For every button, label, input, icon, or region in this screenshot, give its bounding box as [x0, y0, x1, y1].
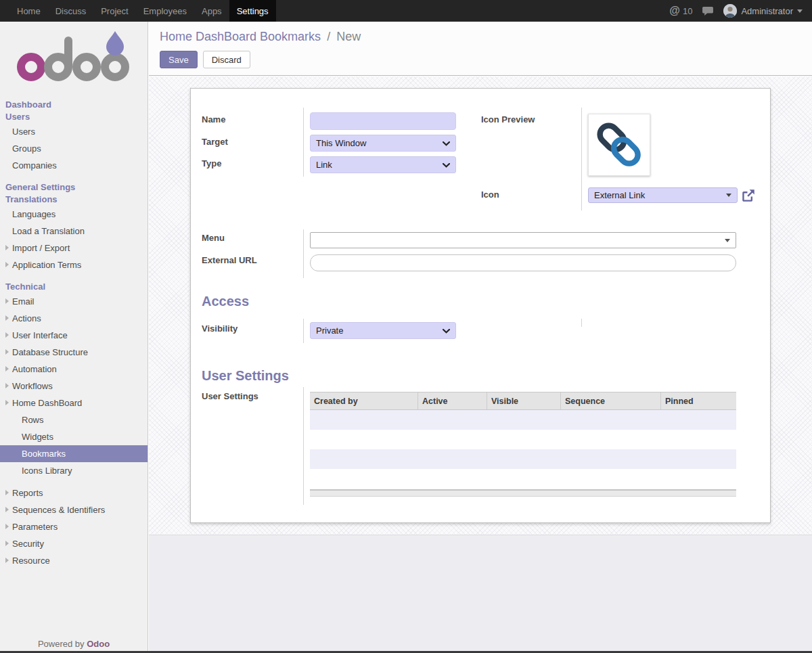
sidebar-item-icons-library[interactable]: Icons Library: [0, 462, 148, 479]
nav-employees[interactable]: Employees: [136, 0, 194, 22]
chevron-down-icon: [797, 9, 803, 13]
sidebar-item-home-dashboard[interactable]: Home DashBoard: [0, 395, 148, 411]
icon-select[interactable]: External Link: [588, 187, 738, 203]
nav-home[interactable]: Home: [9, 0, 48, 22]
chevron-right-icon: [5, 332, 9, 338]
main-area: Home DashBoard Bookmarks / New Save Disc…: [149, 22, 812, 653]
column-active[interactable]: Active: [418, 392, 487, 409]
column-sequence[interactable]: Sequence: [561, 392, 661, 409]
table-row[interactable]: [310, 449, 736, 469]
sidebar-heading-dashboard[interactable]: Dashboard: [0, 99, 148, 111]
sidebar-item-workflows[interactable]: Workflows: [0, 378, 148, 395]
user-name: Administrator: [741, 6, 793, 16]
top-menus: Home Discuss Project Employees Apps Sett…: [9, 0, 276, 22]
breadcrumb-parent-link[interactable]: Home DashBoard Bookmarks: [160, 30, 321, 43]
sidebar-heading-technical[interactable]: Technical: [0, 281, 148, 293]
name-label: Name: [202, 114, 225, 125]
target-select[interactable]: This Window: [310, 135, 456, 152]
discard-button[interactable]: Discard: [203, 51, 250, 68]
chevron-right-icon: [5, 366, 9, 371]
column-pinned[interactable]: Pinned: [661, 392, 736, 409]
user-menu[interactable]: Administrator: [723, 4, 803, 18]
sidebar-item-bookmarks[interactable]: Bookmarks: [0, 445, 148, 462]
odoo-logo: [16, 31, 131, 83]
sidebar-item-rows[interactable]: Rows: [0, 411, 148, 428]
topbar-right: @ 10 Administrator: [669, 0, 812, 22]
name-input[interactable]: [310, 112, 456, 130]
chevron-down-icon: [443, 160, 450, 170]
nav-discuss[interactable]: Discuss: [48, 0, 94, 22]
control-panel: Home DashBoard Bookmarks / New Save Disc…: [149, 22, 812, 76]
sidebar-heading-general-settings[interactable]: General Settings: [0, 181, 148, 194]
sidebar-item-sequences-identifiers[interactable]: Sequences & Identifiers: [0, 501, 148, 518]
sidebar-item-reports[interactable]: Reports: [0, 485, 148, 501]
form-sheet: Name Target This Window Type Link Icon P…: [190, 88, 771, 523]
table-row[interactable]: [310, 410, 736, 430]
sidebar-item-groups[interactable]: Groups: [0, 140, 148, 157]
chat-icon[interactable]: [702, 6, 714, 16]
nav-project[interactable]: Project: [93, 0, 135, 22]
action-buttons: Save Discard: [160, 51, 250, 68]
menu-select[interactable]: [310, 232, 736, 248]
sidebar-item-user-interface[interactable]: User Interface: [0, 327, 148, 344]
chevron-right-icon: [5, 490, 9, 495]
chevron-right-icon: [5, 298, 9, 304]
app-window: Home Discuss Project Employees Apps Sett…: [0, 0, 812, 653]
sidebar-item-languages[interactable]: Languages: [0, 206, 148, 223]
sidebar-item-automation[interactable]: Automation: [0, 361, 148, 378]
column-created-by[interactable]: Created by: [310, 392, 418, 409]
target-label: Target: [202, 137, 228, 147]
menu-label: Menu: [202, 233, 225, 243]
sidebar-heading-translations[interactable]: Translations: [0, 194, 148, 206]
nav-settings[interactable]: Settings: [229, 0, 276, 22]
icon-preview-image: [588, 114, 650, 176]
column-visible[interactable]: Visible: [487, 392, 561, 409]
table-row[interactable]: [310, 469, 736, 489]
user-settings-heading: User Settings: [202, 368, 289, 384]
group-separator: [303, 319, 304, 343]
odoo-brand-link[interactable]: Odoo: [87, 639, 110, 649]
sidebar-item-application-terms[interactable]: Application Terms: [0, 256, 148, 273]
type-select[interactable]: Link: [310, 156, 456, 173]
sidebar-item-actions[interactable]: Actions: [0, 310, 148, 327]
mentions-counter[interactable]: @ 10: [669, 5, 692, 17]
mention-count: 10: [683, 6, 692, 16]
sidebar-item-email[interactable]: Email: [0, 293, 148, 310]
sidebar-item-database-structure[interactable]: Database Structure: [0, 344, 148, 361]
sidebar-item-companies[interactable]: Companies: [0, 157, 148, 174]
save-button[interactable]: Save: [160, 51, 198, 68]
sidebar-item-resource[interactable]: Resource: [0, 552, 148, 569]
table-row[interactable]: [310, 430, 736, 449]
sidebar-item-widgets[interactable]: Widgets: [0, 428, 148, 445]
nav-apps[interactable]: Apps: [194, 0, 229, 22]
sidebar-heading-users[interactable]: Users: [0, 111, 148, 123]
chevron-right-icon: [5, 541, 9, 546]
external-url-input[interactable]: [310, 254, 736, 271]
chevron-right-icon: [5, 349, 9, 355]
chevron-right-icon: [5, 383, 9, 388]
chevron-right-icon: [5, 262, 9, 267]
chain-link-icon: [593, 119, 645, 171]
top-navbar: Home Discuss Project Employees Apps Sett…: [0, 0, 812, 22]
sidebar-item-import-export[interactable]: Import / Export: [0, 240, 148, 256]
sidebar-item-load-a-translation[interactable]: Load a Translation: [0, 223, 148, 240]
table-footer: [310, 491, 736, 497]
chevron-down-icon: [443, 138, 450, 148]
external-link-icon[interactable]: [742, 189, 755, 202]
external-url-label: External URL: [202, 255, 257, 265]
breadcrumb: Home DashBoard Bookmarks / New: [160, 30, 361, 44]
sidebar-item-parameters[interactable]: Parameters: [0, 518, 148, 535]
access-heading: Access: [202, 294, 249, 309]
caret-down-icon: [726, 194, 731, 197]
sidebar-item-users[interactable]: Users: [0, 123, 148, 140]
breadcrumb-separator: /: [324, 30, 333, 43]
group-separator: [303, 108, 304, 177]
group-separator: [303, 229, 304, 278]
user-settings-table: Created by Active Visible Sequence Pinne…: [310, 392, 736, 497]
powered-by: Powered by Odoo: [0, 639, 148, 649]
page-footer-area: [149, 535, 812, 653]
group-separator: [303, 387, 304, 505]
chevron-right-icon: [5, 400, 9, 405]
visibility-select[interactable]: Private: [310, 322, 456, 339]
sidebar-item-security[interactable]: Security: [0, 535, 148, 552]
